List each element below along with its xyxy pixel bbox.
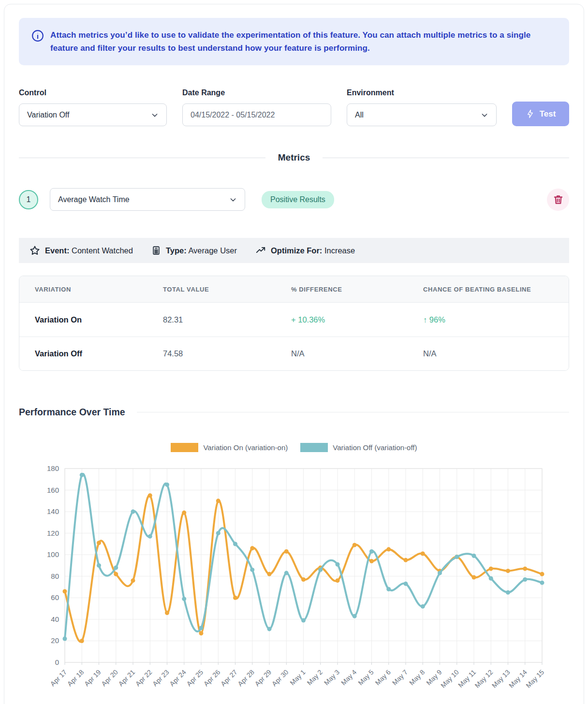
metric-row: 1 Average Watch Time Positive Results — [19, 188, 569, 211]
total-value: 74.58 — [163, 349, 291, 358]
legend-swatch-on — [171, 443, 198, 452]
positive-results-badge: Positive Results — [262, 191, 334, 208]
svg-text:Apr 18: Apr 18 — [66, 668, 86, 688]
metric-index-badge: 1 — [19, 190, 38, 209]
svg-text:0: 0 — [55, 658, 59, 666]
controls-row: Control Variation Off Date Range 04/15/2… — [19, 88, 569, 126]
variation-name: Variation Off — [35, 349, 163, 358]
table-row: Variation On 82.31 + 10.36% ↑ 96% — [19, 303, 569, 337]
type-meta: Type: Average User — [151, 246, 237, 255]
trending-up-icon — [255, 245, 266, 256]
svg-text:May 8: May 8 — [408, 668, 426, 687]
page-card: Attach metrics you’d like to use to vali… — [4, 4, 584, 704]
optimize-value: Increase — [324, 246, 355, 255]
svg-text:May 7: May 7 — [391, 668, 409, 687]
star-icon — [29, 245, 40, 256]
svg-text:Apr 30: Apr 30 — [270, 668, 290, 688]
delete-metric-button[interactable] — [547, 189, 569, 211]
control-label: Control — [19, 88, 167, 97]
svg-text:Apr 19: Apr 19 — [83, 668, 103, 688]
metric-select-value: Average Watch Time — [58, 195, 130, 204]
date-range-label: Date Range — [182, 88, 331, 97]
svg-text:40: 40 — [51, 615, 59, 623]
svg-text:May 12: May 12 — [473, 668, 495, 689]
svg-text:Apr 24: Apr 24 — [168, 668, 188, 688]
svg-text:May 14: May 14 — [507, 668, 529, 689]
date-range-value: 04/15/2022 - 05/15/2022 — [191, 111, 275, 119]
svg-text:Apr 23: Apr 23 — [151, 668, 171, 688]
svg-text:60: 60 — [51, 593, 59, 601]
svg-text:100: 100 — [47, 550, 59, 558]
svg-text:120: 120 — [47, 529, 59, 537]
date-range-input[interactable]: 04/15/2022 - 05/15/2022 — [182, 103, 331, 126]
svg-text:180: 180 — [47, 464, 59, 472]
metrics-section-divider: Metrics — [19, 152, 569, 163]
optimize-meta: Optimize For: Increase — [255, 245, 355, 256]
environment-select[interactable]: All — [347, 103, 497, 126]
svg-text:Apr 17: Apr 17 — [49, 668, 69, 688]
svg-text:Apr 20: Apr 20 — [100, 668, 119, 688]
svg-text:May 5: May 5 — [356, 668, 375, 687]
test-button[interactable]: Test — [512, 102, 569, 126]
svg-text:May 4: May 4 — [339, 668, 358, 687]
performance-line-chart: 020406080100120140160180Apr 17Apr 18Apr … — [19, 454, 570, 704]
svg-text:140: 140 — [47, 507, 59, 515]
table-row: Variation Off 74.58 N/A N/A — [19, 337, 569, 370]
svg-text:May 3: May 3 — [323, 668, 341, 687]
svg-text:20: 20 — [51, 636, 59, 645]
results-table: VARIATION TOTAL VALUE % DIFFERENCE CHANC… — [19, 276, 569, 371]
svg-text:Apr 21: Apr 21 — [117, 668, 137, 688]
performance-section-header: Performance Over Time — [19, 407, 569, 418]
svg-text:Apr 29: Apr 29 — [253, 668, 273, 688]
info-icon — [31, 29, 44, 42]
svg-text:May 6: May 6 — [374, 668, 392, 687]
pct-difference: N/A — [291, 349, 423, 358]
info-banner: Attach metrics you’d like to use to vali… — [19, 18, 569, 65]
svg-text:May 13: May 13 — [490, 668, 512, 689]
metrics-section-title: Metrics — [265, 152, 323, 163]
svg-text:Apr 25: Apr 25 — [185, 668, 205, 688]
chevron-down-icon — [481, 111, 488, 119]
event-meta: Event: Content Watched — [29, 245, 133, 256]
environment-label: Environment — [347, 88, 497, 97]
banner-text: Attach metrics you’d like to use to vali… — [50, 29, 544, 55]
svg-text:Apr 22: Apr 22 — [134, 668, 154, 688]
legend-swatch-off — [300, 443, 328, 452]
control-select[interactable]: Variation Off — [19, 103, 167, 126]
chance-of-beating: ↑ 96% — [423, 315, 569, 324]
lightning-icon — [526, 109, 535, 118]
metric-select[interactable]: Average Watch Time — [50, 188, 245, 211]
type-value: Average User — [188, 246, 237, 255]
svg-text:80: 80 — [51, 572, 59, 580]
svg-text:160: 160 — [47, 486, 59, 494]
legend-item-variation-on[interactable]: Variation On (variation-on) — [171, 443, 288, 452]
total-value: 82.31 — [163, 315, 291, 324]
svg-text:May 15: May 15 — [524, 668, 545, 689]
svg-text:May 10: May 10 — [439, 668, 460, 689]
svg-text:May 1: May 1 — [288, 668, 307, 687]
chevron-down-icon — [229, 196, 237, 204]
svg-text:May 2: May 2 — [306, 668, 324, 687]
svg-text:Apr 26: Apr 26 — [202, 668, 222, 688]
event-value: Content Watched — [72, 246, 133, 255]
chance-of-beating: N/A — [423, 349, 569, 358]
pct-difference: + 10.36% — [291, 315, 423, 324]
metric-meta-bar: Event: Content Watched Type: Average Use… — [19, 238, 569, 263]
svg-text:Apr 28: Apr 28 — [236, 668, 256, 688]
svg-text:May 11: May 11 — [456, 668, 477, 689]
trash-icon — [553, 194, 564, 205]
legend-item-variation-off[interactable]: Variation Off (variation-off) — [300, 443, 417, 452]
environment-select-value: All — [355, 111, 364, 119]
performance-title: Performance Over Time — [19, 407, 125, 418]
calculator-icon — [151, 246, 161, 255]
table-header-row: VARIATION TOTAL VALUE % DIFFERENCE CHANC… — [19, 276, 569, 303]
chevron-down-icon — [151, 111, 159, 119]
variation-name: Variation On — [35, 315, 163, 324]
control-select-value: Variation Off — [27, 111, 69, 119]
chart-legend: Variation On (variation-on) Variation Of… — [19, 443, 569, 452]
svg-text:Apr 27: Apr 27 — [219, 668, 239, 688]
